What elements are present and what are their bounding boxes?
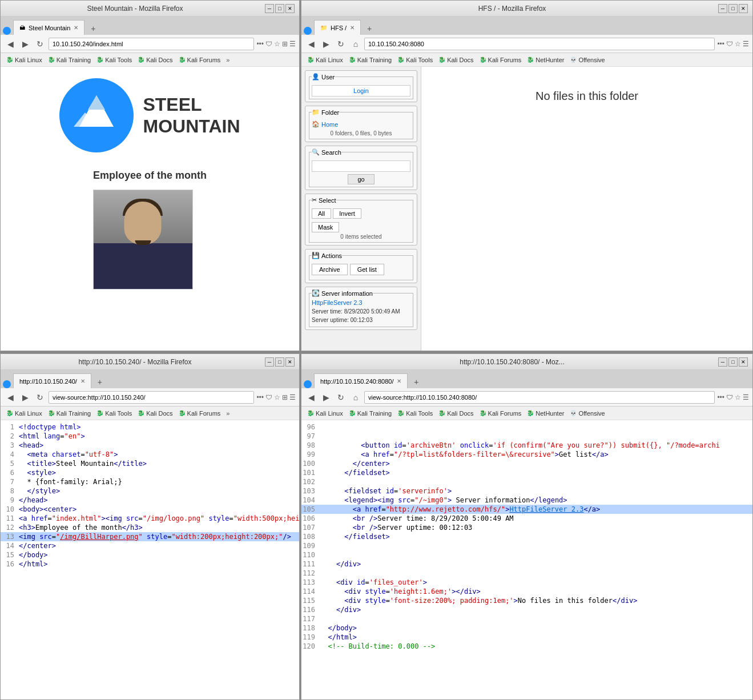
tab-steelmountain[interactable]: 🏔 Steel Mountain ✕ (13, 20, 84, 35)
bookmark-kali-training-1[interactable]: 🐉Kali Training (46, 56, 94, 64)
bookmark-kali-forums-1[interactable]: 🐉Kali Forums (176, 56, 223, 64)
bookmark-kali-forums-2[interactable]: 🐉Kali Forums (477, 56, 524, 64)
tab-source-left[interactable]: http://10.10.150.240/ ✕ (13, 373, 91, 388)
forward-btn-2[interactable]: ▶ (320, 38, 332, 50)
minimize-btn-4[interactable]: ─ (718, 357, 727, 367)
maximize-btn-2[interactable]: □ (728, 4, 738, 13)
bookmark-kali-training-2[interactable]: 🐉Kali Training (347, 56, 394, 64)
bookmark-offensive-4[interactable]: 💀Offensive (567, 409, 607, 417)
new-tab-btn-2[interactable]: + (363, 22, 376, 35)
maximize-btn-3[interactable]: □ (275, 357, 284, 367)
hfs-mask-btn[interactable]: Mask (312, 222, 339, 232)
menu-icon-1[interactable]: ☰ (289, 40, 296, 48)
new-tab-btn-4[interactable]: + (410, 376, 422, 388)
employee-title: Employee of the month (93, 170, 207, 182)
hfs-selected-count: 0 items selected (312, 234, 410, 240)
tab-close-source-left[interactable]: ✕ (80, 378, 85, 384)
bookmark-kali-training-4[interactable]: 🐉Kali Training (347, 409, 394, 417)
more-icon-1[interactable]: ••• (256, 40, 264, 48)
tab-close-source-right[interactable]: ✕ (397, 378, 401, 384)
bookmark-nethunter-2[interactable]: 🐉NetHunter (525, 56, 566, 64)
tab-hfs[interactable]: 📁 HFS / ✕ (314, 20, 361, 35)
more-icon-2[interactable]: ••• (717, 40, 724, 48)
url-bar-3[interactable] (49, 391, 254, 404)
maximize-btn-4[interactable]: □ (728, 357, 738, 367)
bookmark-kali-tools-1[interactable]: 🐉Kali Tools (94, 56, 134, 64)
reload-btn-4[interactable]: ↻ (335, 391, 347, 404)
maximize-btn-1[interactable]: □ (275, 4, 284, 13)
more-bookmarks-1[interactable]: » (226, 57, 229, 63)
menu-icon-3[interactable]: ☰ (289, 393, 296, 401)
minimize-btn-1[interactable]: ─ (265, 4, 274, 13)
hfs-search-input[interactable] (312, 160, 410, 172)
more-bookmarks-3[interactable]: » (226, 410, 229, 417)
tab-source-right[interactable]: http://10.10.150.240:8080/ ✕ (314, 373, 408, 388)
tab-close-1[interactable]: ✕ (74, 25, 78, 31)
hfs-login-btn[interactable]: Login (312, 85, 410, 96)
bookmark-kali-docs-1[interactable]: 🐉Kali Docs (135, 56, 175, 64)
back-btn-2[interactable]: ◀ (305, 38, 317, 50)
home-btn-4[interactable]: ⌂ (349, 391, 362, 404)
shield-icon-4[interactable]: 🛡 (726, 393, 733, 401)
url-bar-2[interactable] (364, 38, 715, 50)
star-icon-3[interactable]: ☆ (274, 393, 280, 401)
bookmark-kali-linux-4[interactable]: 🐉Kali Linux (305, 409, 345, 417)
back-btn-4[interactable]: ◀ (305, 391, 317, 404)
sidebar-icon-3[interactable]: ⊞ (282, 393, 288, 401)
new-tab-btn-1[interactable]: + (87, 22, 99, 35)
close-btn-2[interactable]: ✕ (739, 4, 748, 13)
shield-icon-1[interactable]: 🛡 (265, 40, 272, 48)
shield-icon-2[interactable]: 🛡 (726, 40, 733, 48)
bookmark-kali-docs-2[interactable]: 🐉Kali Docs (436, 56, 476, 64)
more-icon-4[interactable]: ••• (717, 393, 724, 401)
new-tab-btn-3[interactable]: + (94, 376, 106, 388)
forward-btn-3[interactable]: ▶ (19, 391, 31, 404)
hfs-get-list-btn[interactable]: Get list (350, 264, 384, 275)
back-btn-1[interactable]: ◀ (4, 38, 17, 50)
bookmark-kali-tools-4[interactable]: 🐉Kali Tools (395, 409, 435, 417)
star-icon-1[interactable]: ☆ (274, 40, 280, 48)
sidebar-icon-1[interactable]: ⊞ (282, 40, 288, 48)
bookmark-kali-docs-4[interactable]: 🐉Kali Docs (436, 409, 476, 417)
hfs-go-btn[interactable]: go (348, 174, 374, 184)
star-icon-2[interactable]: ☆ (735, 40, 741, 48)
home-btn-2[interactable]: ⌂ (349, 38, 362, 50)
reload-btn-2[interactable]: ↻ (335, 38, 347, 50)
bookmark-offensive-2[interactable]: 💀Offensive (567, 56, 607, 64)
hfs-invert-btn[interactable]: Invert (333, 208, 361, 219)
reload-btn-1[interactable]: ↻ (34, 38, 46, 50)
bookmark-kali-forums-4[interactable]: 🐉Kali Forums (477, 409, 524, 417)
hfs-archive-btn[interactable]: Archive (312, 264, 348, 275)
bookmark-kali-forums-3[interactable]: 🐉Kali Forums (176, 409, 223, 417)
menu-icon-4[interactable]: ☰ (743, 393, 749, 401)
menu-icon-2[interactable]: ☰ (743, 40, 749, 48)
close-btn-1[interactable]: ✕ (285, 4, 295, 13)
bookmark-kali-linux-3[interactable]: 🐉Kali Linux (4, 409, 45, 417)
bookmark-kali-linux-1[interactable]: 🐉Kali Linux (4, 56, 45, 64)
minimize-btn-3[interactable]: ─ (265, 357, 274, 367)
url-bar-1[interactable] (49, 38, 254, 50)
hfs-all-btn[interactable]: All (312, 208, 331, 219)
shield-icon-3[interactable]: 🛡 (265, 393, 272, 401)
url-bar-4[interactable] (364, 391, 715, 404)
bookmark-kali-tools-2[interactable]: 🐉Kali Tools (395, 56, 435, 64)
hfs-folder-legend: 📁 Folder (312, 108, 339, 116)
more-icon-3[interactable]: ••• (256, 393, 264, 401)
tab-close-hfs[interactable]: ✕ (350, 25, 355, 31)
minimize-btn-2[interactable]: ─ (718, 4, 727, 13)
forward-btn-1[interactable]: ▶ (19, 38, 31, 50)
bookmark-kali-tools-3[interactable]: 🐉Kali Tools (94, 409, 134, 417)
bookmark-kali-training-3[interactable]: 🐉Kali Training (46, 409, 94, 417)
hfs-home-link[interactable]: 🏠 Home (312, 120, 410, 128)
reload-btn-3[interactable]: ↻ (34, 391, 46, 404)
bookmark-kali-docs-3[interactable]: 🐉Kali Docs (135, 409, 175, 417)
bookmark-nethunter-4[interactable]: 🐉NetHunter (525, 409, 566, 417)
star-icon-4[interactable]: ☆ (735, 393, 741, 401)
tab-bar-3: http://10.10.150.240/ ✕ + (1, 370, 299, 388)
back-btn-3[interactable]: ◀ (4, 391, 17, 404)
forward-btn-4[interactable]: ▶ (320, 391, 332, 404)
bookmark-kali-linux-2[interactable]: 🐉Kali Linux (305, 56, 345, 64)
close-btn-4[interactable]: ✕ (739, 357, 748, 367)
hfs-server-link[interactable]: HttpFileServer 2.3 (312, 299, 410, 306)
close-btn-3[interactable]: ✕ (285, 357, 295, 367)
